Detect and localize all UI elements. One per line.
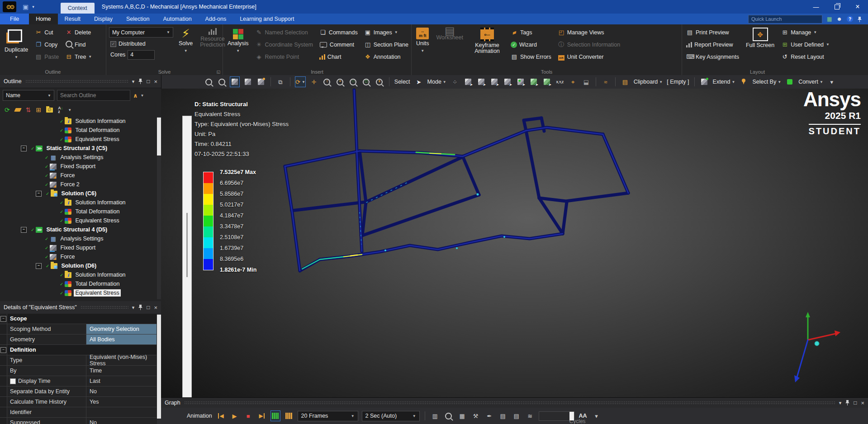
options-icon[interactable]: ▦ [827,16,832,22]
restore-button[interactable] [826,0,847,14]
close-button[interactable]: × [847,0,868,14]
menu-item-selection[interactable]: Selection [119,14,156,24]
details-value[interactable]: Time [86,366,157,376]
cut-button[interactable]: ✂Cut [33,26,60,38]
select-by-icon[interactable] [739,76,749,87]
extend-icon[interactable] [699,76,709,87]
graph-close-icon[interactable]: × [861,400,864,406]
expand-all-icon[interactable]: ⊞ [36,106,41,113]
outline-filter-select[interactable]: Name▼ [3,90,54,101]
save-icon[interactable]: ▣ [23,3,28,10]
annotation-button[interactable]: ❖Annotation [363,51,410,63]
label-icon[interactable]: ⬓ [581,76,591,87]
help-icon[interactable]: ? [847,16,853,22]
outline-pin-icon[interactable] [138,79,142,84]
tree-item[interactable]: ✓Equivalent Stress [0,216,157,225]
details-value[interactable]: All Bodies [86,334,157,344]
tree-item[interactable]: −✓⋙Static Structural 4 (D5) [0,225,157,234]
wizard-button[interactable]: ✓Wizard [509,38,553,51]
tree-item[interactable]: ✓Fixed Support [0,162,157,171]
details-value[interactable]: No [86,418,157,424]
keyframe-animation-button[interactable]: o— Keyframe Animation [469,26,506,56]
details-scrollbar[interactable] [157,314,161,424]
film-strip-b-button[interactable]: ▤ [512,410,522,421]
tree-item[interactable]: ✓Total Deformation [0,126,157,135]
chart-button[interactable]: Chart [318,51,359,63]
menu-item-learning-and-support[interactable]: Learning and Support [233,14,301,24]
details-maximize-icon[interactable]: □ [147,304,150,311]
face-select-icon[interactable]: ➤ [489,76,499,87]
print-preview-button[interactable]: ▤Print Preview [685,26,740,38]
group-expander-icon[interactable]: − [0,347,6,353]
export-video-button[interactable]: ▥ [430,410,440,421]
hidden-items-folder-icon[interactable]: ∅ [46,108,53,113]
reset-layout-button[interactable]: ↺Reset Layout [780,51,831,63]
manage-button[interactable]: ⊞Manage▼ [780,26,831,38]
show-errors-button[interactable]: ▤Show Errors [509,51,553,63]
comment-button[interactable]: …Comment [318,38,359,51]
cores-field[interactable]: Cores4 [109,50,173,59]
refresh-icon[interactable]: ⟳ [5,106,10,113]
images-button[interactable]: ▣Images▼ [363,26,410,38]
box-zoom-icon[interactable]: □ [348,76,358,87]
cycles-input[interactable]: 3 Cycles [539,411,574,421]
outline-toolbar-caret-icon[interactable]: ▼ [68,108,71,112]
tree-item[interactable]: ✓iSolution Information [0,270,157,279]
expander-icon[interactable]: − [21,227,27,233]
tree-item[interactable]: ✓Fixed Support [0,243,157,252]
menu-item-display[interactable]: Display [87,14,119,24]
tree-item[interactable]: −✓Solution (C6) [0,189,157,198]
tags-button[interactable]: ▰Tags [509,26,553,38]
zoom-in-icon[interactable]: + [335,76,345,87]
commands-button[interactable]: ❏Commands [318,26,359,38]
find-button[interactable]: Find [64,38,93,51]
isometric-view-icon[interactable] [230,76,240,87]
tree-item[interactable]: ✓Equivalent Stress [0,135,157,144]
clipboard-dropdown[interactable]: Clipboard▼ [633,76,663,87]
convert-dropdown[interactable]: Convert▼ [798,76,824,87]
tree-item[interactable]: ✓iSolution Information [0,117,157,126]
tree-item[interactable]: ✓▦Analysis Settings [0,234,157,243]
duplicate-button[interactable]: Duplicate▼ [3,26,30,61]
full-screen-button[interactable]: ✥ Full Screen [744,26,776,50]
tree-item[interactable]: ✓Total Deformation [0,279,157,288]
waveform-button[interactable]: ≋ [525,410,535,421]
convert-icon[interactable] [785,76,795,87]
solve-target-select[interactable]: My Computer▼ [109,27,173,38]
menu-item-home[interactable]: Home [29,14,57,24]
tree-scrollbar[interactable] [157,117,161,299]
edge-select-icon[interactable]: ➤ [476,76,486,87]
manage-views-button[interactable]: ◰Manage Views [556,26,621,38]
vertex-select-icon[interactable]: ➤ [463,76,473,87]
zoom-graph-button[interactable] [444,410,454,421]
menu-item-add-ons[interactable]: Add-ons [199,14,233,24]
manage-viewports-icon[interactable] [256,76,266,87]
geometry-viewport[interactable]: D: Static StructuralEquivalent StressTyp… [161,89,868,398]
duration-select[interactable]: 2 Sec (Auto)▼ [362,411,420,421]
body-select-icon[interactable]: ➤ [503,76,512,87]
aa-caret-icon[interactable]: ▾ [592,410,602,421]
report-preview-button[interactable]: Report Preview [685,38,740,51]
search-up-chevron-icon[interactable]: ∧ [133,92,138,99]
path-icon[interactable]: ≈ [601,76,611,87]
xyz-pick-icon[interactable]: X,Y,Z [555,76,565,87]
key-assignments-button[interactable]: ⌨Key Assignments [685,51,740,63]
last-frame-button[interactable]: ▶ [257,410,267,421]
tree-item[interactable]: ✓Force [0,171,157,180]
first-frame-button[interactable]: ◀ [216,410,226,421]
graph-maximize-icon[interactable]: □ [854,400,857,406]
sort-alphabetical-icon[interactable]: A↓z [58,106,63,113]
graph-menu-icon[interactable]: ▾ [839,400,842,406]
look-at-face-icon[interactable] [243,76,253,87]
details-pin-icon[interactable] [138,305,142,310]
tree-item[interactable]: ✓Total Deformation [0,207,157,216]
delete-button[interactable]: ✕Delete [64,26,93,38]
extend-dropdown[interactable]: Extend▼ [712,76,736,87]
solve-dialog-launcher-icon[interactable]: ◱ [216,70,220,74]
zoom-redo-icon[interactable] [217,76,227,87]
display-time-checkbox[interactable] [10,378,16,384]
outline-menu-icon[interactable]: ▾ [132,79,135,85]
tree-item[interactable]: ✓Equivalent Stress [0,288,157,297]
unit-converter-button[interactable]: mftUnit Converter [556,51,621,63]
tree-item[interactable]: −✓Solution (D6) [0,261,157,270]
